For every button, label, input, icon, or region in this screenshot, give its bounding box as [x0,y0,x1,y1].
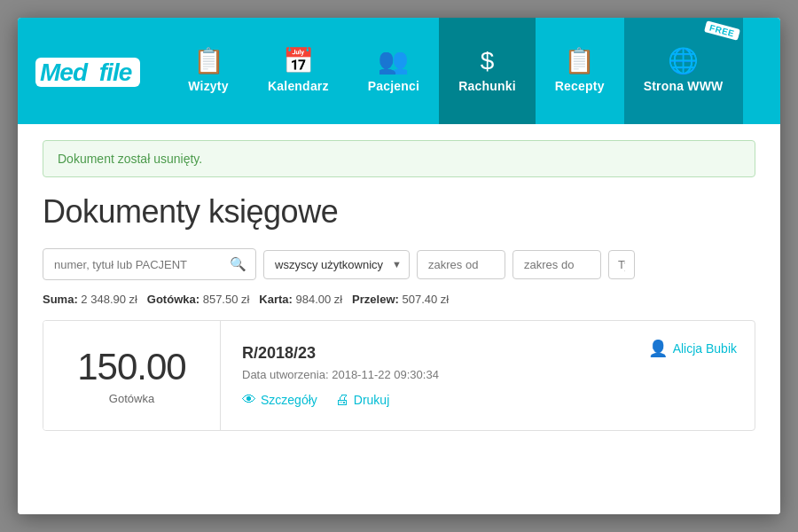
nav-item-kalendarz[interactable]: 📅 Kalendarz [248,18,348,124]
search-wrapper: 🔍 [43,248,256,280]
gotowka-value: 857.50 zł [203,293,250,306]
print-label: Drukuj [354,393,389,407]
invoice-date-value: 2018-11-22 09:30:34 [332,368,439,381]
nav-label-recepty: Recepty [555,79,605,93]
print-icon: 🖨 [335,392,349,408]
main-content: Dokument został usunięty. Dokumenty księ… [18,124,780,514]
invoice-card: 150.00 Gotówka R/2018/23 Data utworzenia… [43,320,755,431]
nav-label-rachunki: Rachunki [458,79,516,93]
filters-row: 🔍 wszyscy użytkownicy ▼ [43,248,755,280]
nav-item-pacjenci[interactable]: 👥 Pacjenci [348,18,439,124]
invoice-actions: 👁 Szczegóły 🖨 Drukuj [242,392,591,408]
nav-label-kalendarz: Kalendarz [268,79,329,93]
invoice-number: R/2018/23 [242,344,591,363]
suma-value: 2 348.90 zł [81,293,137,306]
date-from-input[interactable] [417,250,505,279]
gotowka-label: Gotówka: [147,293,200,306]
page-title: Dokumenty księgowe [43,193,755,231]
karta-label: Karta: [259,293,293,306]
invoice-amount: 150.00 [77,346,185,388]
invoice-date: Data utworzenia: 2018-11-22 09:30:34 [242,368,591,381]
karta-value: 984.00 zł [295,293,342,306]
recepty-icon: 📋 [564,49,595,74]
free-badge: FREE [704,20,740,41]
nav-item-strona-www[interactable]: FREE 🌐 Strona WWW [624,18,743,124]
details-link[interactable]: 👁 Szczegóły [242,392,317,408]
nav-items: 📋 Wizyty 📅 Kalendarz 👥 Pacjenci $ Rachun… [168,18,780,124]
nav-label-pacjenci: Pacjenci [368,79,419,93]
alert-message: Dokument został usunięty. [58,152,202,166]
nav-item-rachunki[interactable]: $ Rachunki [439,18,536,124]
nav-label-wizyty: Wizyty [188,79,228,93]
details-label: Szczegóły [261,393,317,407]
invoice-date-label: Data utworzenia: [242,368,329,381]
logo-file: file [95,58,136,87]
logo-area: Med file [18,18,168,124]
przelew-label: Przelew: [352,293,399,306]
user-link[interactable]: 👤 Alicja Bubik [648,339,737,358]
search-input[interactable] [43,251,221,278]
print-link[interactable]: 🖨 Drukuj [335,392,389,408]
app-window: Med file 📋 Wizyty 📅 Kalendarz 👥 Pacjenci… [18,18,780,514]
user-select-wrapper: wszyscy użytkownicy ▼ [263,250,410,279]
type-input[interactable] [608,250,635,279]
eye-icon: 👁 [242,392,256,408]
user-name: Alicja Bubik [673,341,737,356]
rachunki-icon: $ [481,49,495,74]
nav-label-strona-www: Strona WWW [644,79,724,93]
invoice-method: Gotówka [109,392,154,405]
navbar: Med file 📋 Wizyty 📅 Kalendarz 👥 Pacjenci… [18,18,780,124]
summary-row: Suma: 2 348.90 zł Gotówka: 857.50 zł Kar… [43,293,755,306]
user-icon: 👤 [648,339,668,358]
kalendarz-icon: 📅 [283,49,314,74]
date-to-input[interactable] [512,250,601,279]
strona-www-icon: 🌐 [668,49,699,74]
nav-item-wizyty[interactable]: 📋 Wizyty [168,18,248,124]
invoice-user-col: 👤 Alicja Bubik [613,321,755,430]
przelew-value: 507.40 zł [402,293,449,306]
logo-text: Med file [35,58,140,87]
search-icon: 🔍 [230,256,246,272]
pacjenci-icon: 👥 [378,49,409,74]
wizyty-icon: 📋 [193,49,224,74]
search-button[interactable]: 🔍 [221,249,255,279]
nav-item-recepty[interactable]: 📋 Recepty [536,18,624,124]
suma-label: Suma: [43,293,78,306]
invoice-details-col: R/2018/23 Data utworzenia: 2018-11-22 09… [221,321,613,430]
alert-success: Dokument został usunięty. [43,140,755,177]
user-select[interactable]: wszyscy użytkownicy [264,251,409,278]
logo: Med file [34,55,140,88]
invoice-amount-col: 150.00 Gotówka [43,321,221,430]
